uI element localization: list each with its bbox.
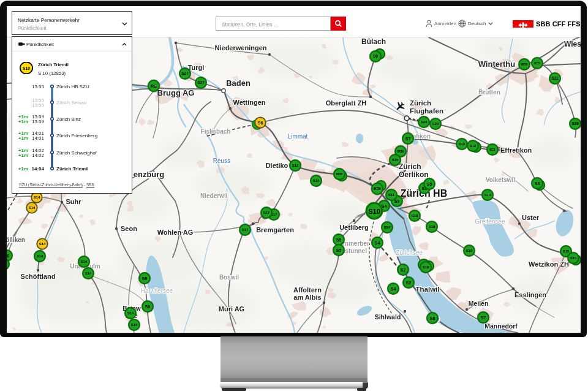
svg-text:Niederwil: Niederwil: [200, 192, 228, 199]
svg-text:S14: S14: [127, 311, 134, 315]
svg-text:S9: S9: [373, 54, 378, 58]
svg-text:Meilen: Meilen: [469, 300, 489, 307]
svg-text:S16: S16: [423, 265, 429, 269]
svg-text:S15: S15: [570, 256, 577, 260]
svg-text:S2: S2: [401, 268, 406, 272]
svg-text:S5: S5: [336, 248, 342, 252]
svg-text:S12: S12: [459, 142, 466, 146]
svg-text:S18: S18: [466, 249, 473, 252]
svg-text:S14: S14: [37, 254, 43, 258]
svg-text:Dietiko: Dietiko: [266, 162, 288, 169]
svg-text:S14: S14: [313, 179, 320, 183]
svg-text:S7: S7: [481, 316, 486, 320]
svg-text:Ha wilersee: Ha wilersee: [141, 287, 173, 294]
svg-text:IC5: IC5: [534, 61, 540, 65]
svg-text:Wohlen AG: Wohlen AG: [157, 229, 194, 236]
svg-text:IR35: IR35: [336, 172, 343, 176]
svg-text:Sihlwald: Sihlwald: [375, 313, 401, 321]
svg-text:Wettingen: Wettingen: [233, 99, 266, 106]
svg-text:S27: S27: [181, 71, 189, 75]
svg-text:Reuss: Reuss: [213, 158, 230, 164]
svg-text:S5: S5: [336, 238, 342, 242]
svg-text:Zürich: Zürich: [410, 99, 431, 107]
svg-text:S27: S27: [197, 80, 205, 85]
svg-text:Zürichsee: Zürichsee: [396, 249, 423, 256]
svg-text:S14: S14: [29, 206, 36, 210]
svg-text:S6: S6: [258, 121, 263, 125]
svg-text:RE: RE: [151, 83, 157, 89]
svg-text:S14: S14: [81, 260, 88, 264]
svg-text:S14: S14: [484, 193, 491, 197]
svg-text:Baden: Baden: [226, 78, 251, 88]
svg-text:S18: S18: [412, 214, 418, 218]
svg-text:S7: S7: [405, 137, 411, 141]
svg-text:ICE: ICE: [374, 186, 381, 191]
svg-text:S12: S12: [292, 164, 299, 167]
svg-text:S14: S14: [85, 271, 92, 275]
svg-text:enzburg: enzburg: [134, 170, 165, 179]
svg-text:Flughafen: Flughafen: [410, 107, 443, 115]
svg-text:Affoltern: Affoltern: [293, 286, 322, 294]
svg-text:Wetzikon ZH: Wetzikon ZH: [529, 260, 569, 268]
svg-text:Boswil: Boswil: [219, 274, 239, 281]
svg-text:Volketswil: Volketswil: [486, 177, 515, 183]
svg-text:S15: S15: [563, 249, 570, 253]
svg-text:S18: S18: [429, 225, 435, 229]
svg-text:IR36: IR36: [398, 150, 404, 153]
svg-text:pfikon: pfikon: [412, 133, 431, 140]
svg-text:Brütten: Brütten: [478, 89, 500, 96]
svg-text:S26: S26: [571, 121, 579, 126]
svg-text:Seon: Seon: [121, 225, 137, 232]
svg-text:S14: S14: [131, 323, 138, 327]
svg-text:Niederweningen: Niederweningen: [215, 44, 267, 51]
svg-text:S15: S15: [392, 158, 399, 162]
svg-text:Oerlikon: Oerlikon: [399, 170, 429, 179]
svg-text:S24: S24: [432, 122, 439, 126]
svg-text:S17: S17: [263, 211, 270, 214]
svg-text:Uster: Uster: [522, 214, 540, 221]
svg-text:Zürich: Zürich: [399, 162, 421, 171]
svg-text:S14: S14: [39, 242, 46, 246]
svg-text:S17: S17: [242, 228, 249, 232]
svg-text:Thalwil: Thalwil: [416, 286, 440, 293]
svg-text:Männedorf: Männedorf: [484, 322, 518, 330]
svg-text:Brugg AG: Brugg AG: [157, 88, 195, 97]
svg-text:S10: S10: [368, 208, 380, 215]
svg-text:S4: S4: [375, 241, 380, 245]
svg-text:Turgi: Turgi: [188, 64, 205, 71]
svg-text:S11: S11: [551, 76, 559, 80]
svg-text:IC1: IC1: [489, 147, 496, 151]
svg-text:S24: S24: [421, 120, 428, 124]
svg-text:S14: S14: [34, 196, 40, 199]
svg-text:S8: S8: [430, 316, 435, 321]
svg-text:S8: S8: [7, 254, 9, 258]
svg-text:S11: S11: [388, 193, 395, 197]
svg-text:S4: S4: [391, 287, 396, 291]
svg-text:S10: S10: [23, 66, 31, 70]
svg-text:S9: S9: [145, 305, 151, 309]
svg-text:Limmat: Limmat: [288, 133, 308, 140]
svg-text:Wies: Wies: [564, 40, 581, 48]
svg-text:Kölliken: Kölliken: [7, 237, 25, 243]
svg-text:Bülach: Bülach: [361, 37, 386, 46]
svg-text:S3: S3: [535, 181, 540, 186]
svg-text:Schöftland: Schöftland: [21, 273, 56, 280]
svg-text:Muri AG: Muri AG: [219, 305, 244, 313]
svg-text:Effretikon: Effretikon: [500, 146, 532, 154]
svg-text:IR75: IR75: [521, 63, 528, 66]
svg-text:Fislisbach: Fislisbach: [201, 128, 231, 135]
svg-text:S5: S5: [427, 182, 432, 186]
svg-text:Uetliberg: Uetliberg: [339, 224, 369, 231]
svg-text:am Albis: am Albis: [293, 294, 321, 301]
svg-text:S24: S24: [384, 226, 391, 229]
svg-text:S12: S12: [470, 144, 477, 148]
svg-text:S2: S2: [406, 281, 412, 285]
svg-text:Winterthu: Winterthu: [478, 59, 516, 69]
svg-text:Oberglatt ZH: Oberglatt ZH: [326, 99, 367, 107]
svg-text:Bremgarten: Bremgarten: [256, 226, 294, 233]
svg-text:Suhr: Suhr: [66, 198, 81, 205]
svg-text:S9: S9: [142, 276, 148, 281]
svg-text:Greifensee: Greifensee: [475, 218, 505, 225]
svg-text:Esslingen: Esslingen: [514, 291, 546, 298]
